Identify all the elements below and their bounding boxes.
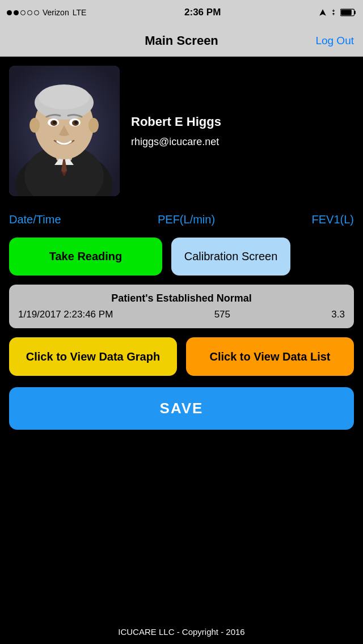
svg-rect-1 (354, 11, 356, 14)
location-icon (319, 9, 327, 16)
take-reading-button[interactable]: Take Reading (9, 238, 162, 276)
dot-5 (34, 10, 39, 15)
footer: ICUCARE LLC - Copyright - 2016 (0, 619, 363, 644)
svg-point-20 (53, 121, 56, 124)
col-header-pef: PEF(L/min) (158, 213, 215, 226)
dot-3 (20, 10, 26, 15)
svg-point-15 (88, 118, 99, 133)
signal-dots (7, 10, 39, 15)
column-headers: Date/Time PEF(L/min) FEV1(L) (9, 207, 354, 232)
svg-point-13 (39, 84, 90, 109)
view-list-button[interactable]: Click to View Data List (186, 337, 354, 376)
svg-point-14 (29, 118, 40, 133)
patient-datetime: 1/19/2017 2:23:46 PM (18, 309, 113, 320)
dot-1 (7, 10, 12, 15)
profile-info: Robert E Higgs rhiggs@icucare.net (131, 115, 354, 148)
main-content: Robert E Higgs rhiggs@icucare.net Date/T… (0, 57, 363, 619)
carrier-label: Verizon (43, 8, 69, 17)
dot-4 (27, 10, 32, 15)
footer-text: ICUCARE LLC - Copyright - 2016 (118, 627, 244, 637)
battery-icon (340, 9, 356, 16)
dot-2 (14, 10, 19, 15)
patient-normal-title: Patient's Established Normal (18, 293, 345, 304)
col-header-datetime: Date/Time (9, 213, 61, 226)
avatar (9, 66, 120, 196)
status-bar: Verizon LTE 2:36 PM (0, 0, 363, 25)
status-left: Verizon LTE (7, 8, 86, 17)
patient-normal-box: Patient's Established Normal 1/19/2017 2… (9, 285, 354, 328)
status-time: 2:36 PM (184, 7, 221, 18)
bluetooth-icon (330, 9, 337, 16)
nav-bar: Main Screen Log Out (0, 25, 363, 57)
network-type: LTE (73, 8, 87, 17)
svg-point-21 (74, 121, 78, 124)
logout-button[interactable]: Log Out (315, 35, 354, 47)
view-graph-button[interactable]: Click to View Data Graph (9, 337, 177, 376)
patient-fev1: 3.3 (331, 309, 345, 320)
profile-name: Robert E Higgs (131, 115, 354, 129)
page-title: Main Screen (145, 33, 218, 48)
save-button[interactable]: SAVE (9, 387, 354, 430)
avatar-image (9, 66, 120, 196)
patient-pef: 575 (214, 309, 230, 320)
calibration-screen-button[interactable]: Calibration Screen (171, 238, 290, 276)
svg-rect-2 (341, 10, 352, 15)
view-row: Click to View Data Graph Click to View D… (9, 337, 354, 376)
action-row: Take Reading Calibration Screen (9, 238, 354, 276)
status-right (319, 9, 356, 16)
profile-section: Robert E Higgs rhiggs@icucare.net (9, 66, 354, 196)
patient-normal-row: 1/19/2017 2:23:46 PM 575 3.3 (18, 309, 345, 320)
col-header-fev1: FEV1(L) (312, 213, 354, 226)
profile-email: rhiggs@icucare.net (131, 136, 354, 148)
